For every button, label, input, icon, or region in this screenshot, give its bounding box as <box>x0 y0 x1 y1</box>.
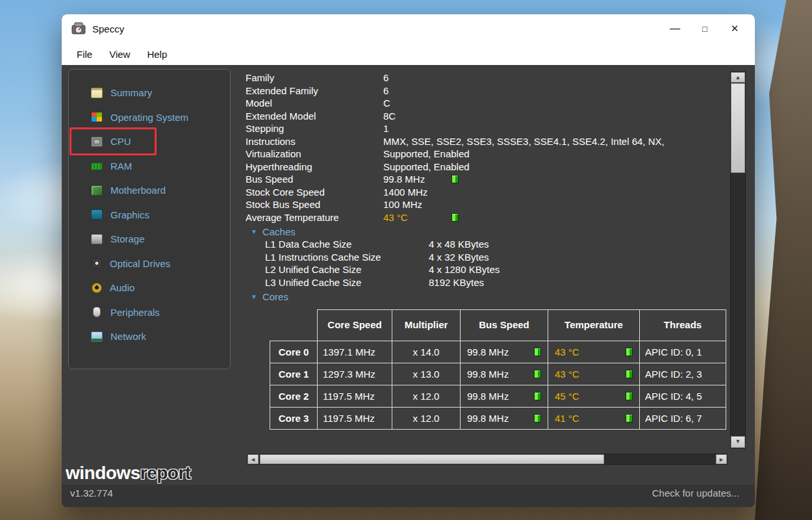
sidebar-item-optical-drives[interactable]: Optical Drives <box>69 252 230 276</box>
check-for-updates-link[interactable]: Check for updates... <box>652 488 739 499</box>
green-led-icon <box>534 392 541 400</box>
desktop-wallpaper: Speccy — □ ✕ File View Help Summary Oper… <box>0 0 812 520</box>
field-row-stock-core-speed: Stock Core Speed 1400 MHz <box>246 186 730 199</box>
speccy-window: Speccy — □ ✕ File View Help Summary Oper… <box>62 14 755 507</box>
sidebar-item-cpu[interactable]: CPU <box>69 129 230 154</box>
scroll-left-button[interactable]: ◄ <box>247 454 259 464</box>
cache-row: L1 Data Cache Size 4 x 48 KBytes <box>246 238 730 251</box>
caches-section-header[interactable]: ▼ Caches <box>246 225 730 238</box>
cpu-icon <box>91 136 103 147</box>
sidebar-item-storage[interactable]: Storage <box>69 227 230 252</box>
field-row-stock-bus-speed: Stock Bus Speed 100 MHz <box>246 198 730 211</box>
scroll-right-button[interactable]: ► <box>716 454 727 464</box>
menu-help[interactable]: Help <box>140 46 173 62</box>
operating-system-icon <box>91 112 103 122</box>
green-led-icon <box>626 370 633 378</box>
motherboard-icon <box>91 185 103 196</box>
sidebar-item-peripherals[interactable]: Peripherals <box>69 300 230 325</box>
field-row-virtualization: Virtualization Supported, Enabled <box>246 148 730 161</box>
vertical-scrollbar-thumb[interactable] <box>731 83 745 173</box>
green-led-icon <box>626 414 633 422</box>
arrow-up-icon: ▲ <box>731 73 744 83</box>
green-led-icon <box>626 392 633 400</box>
horizontal-scrollbar-thumb[interactable] <box>260 454 604 464</box>
field-row-model: Model C <box>246 97 730 110</box>
field-row-extended-model: Extended Model 8C <box>246 110 730 123</box>
core-row: Core 0 1397.1 MHz x 14.0 99.8 MHz 43 °C … <box>270 341 726 363</box>
close-button[interactable]: ✕ <box>720 18 750 40</box>
maximize-button[interactable]: □ <box>690 18 720 40</box>
cores-table-header-row: Core Speed Multiplier Bus Speed Temperat… <box>270 310 726 341</box>
sidebar-item-audio[interactable]: Audio <box>69 276 230 300</box>
window-title: Speccy <box>92 23 124 34</box>
horizontal-scrollbar[interactable]: ◄ ► <box>247 454 728 465</box>
sidebar-item-motherboard[interactable]: Motherboard <box>69 178 230 203</box>
optical-drives-icon <box>92 258 102 268</box>
sidebar-item-ram[interactable]: RAM <box>69 154 230 179</box>
col-threads: Threads <box>640 310 726 341</box>
core-row: Core 1 1297.3 MHz x 13.0 99.8 MHz 43 °C … <box>270 363 726 385</box>
sidebar: Summary Operating System CPU RAM Motherb… <box>68 69 231 369</box>
green-led-icon <box>626 348 633 356</box>
cores-section-header[interactable]: ▼ Cores <box>246 290 730 303</box>
sidebar-item-graphics[interactable]: Graphics <box>69 203 230 228</box>
windowsreport-watermark: windowsreport <box>66 463 191 484</box>
col-multiplier: Multiplier <box>392 310 461 341</box>
cache-row: L1 Instructions Cache Size 4 x 32 KBytes <box>246 251 730 264</box>
green-led-icon <box>534 414 541 422</box>
ram-icon <box>91 162 103 170</box>
field-row-stepping: Stepping 1 <box>246 122 730 135</box>
storage-icon <box>91 234 103 244</box>
collapse-icon: ▼ <box>251 293 257 300</box>
version-label: v1.32.774 <box>70 488 113 499</box>
field-row-instructions: Instructions MMX, SSE, SSE2, SSE3, SSSE3… <box>246 135 730 148</box>
scroll-down-button[interactable]: ▼ <box>731 436 745 448</box>
sidebar-item-summary[interactable]: Summary <box>69 81 230 105</box>
speccy-app-icon <box>71 21 86 36</box>
footer-strip <box>62 485 755 507</box>
green-led-icon <box>534 348 541 356</box>
menu-file[interactable]: File <box>70 46 99 62</box>
field-row-family: Family 6 <box>246 72 730 84</box>
cache-row: L3 Unified Cache Size 8192 KBytes <box>246 276 730 289</box>
col-temperature: Temperature <box>548 310 640 341</box>
arrow-right-icon: ► <box>717 455 726 465</box>
sidebar-item-network[interactable]: Network <box>69 324 230 349</box>
field-row-bus-speed: Bus Speed 99.8 MHz <box>246 173 730 186</box>
arrow-left-icon: ◄ <box>248 455 258 465</box>
peripherals-icon <box>93 307 101 317</box>
green-led-icon <box>451 213 459 222</box>
summary-icon <box>91 88 103 98</box>
core-row: Core 3 1197.5 MHz x 12.0 99.8 MHz 41 °C … <box>270 408 726 430</box>
cache-row: L2 Unified Cache Size 4 x 1280 KBytes <box>246 263 730 276</box>
maximize-icon: □ <box>702 24 707 34</box>
minimize-button[interactable]: — <box>660 18 690 40</box>
vertical-scrollbar[interactable]: ▲ ▼ <box>730 72 746 448</box>
col-core-speed: Core Speed <box>318 310 392 341</box>
sidebar-item-operating-system[interactable]: Operating System <box>69 105 230 130</box>
menubar: File View Help <box>62 43 755 65</box>
cores-table: Core Speed Multiplier Bus Speed Temperat… <box>270 309 726 430</box>
close-icon: ✕ <box>731 23 739 34</box>
audio-icon <box>92 283 102 293</box>
scroll-up-button[interactable]: ▲ <box>731 72 745 83</box>
content-area: Summary Operating System CPU RAM Motherb… <box>62 65 755 507</box>
minimize-icon: — <box>670 25 680 32</box>
collapse-icon: ▼ <box>251 228 257 235</box>
green-led-icon <box>451 175 459 183</box>
col-bus-speed: Bus Speed <box>461 310 548 341</box>
green-led-icon <box>534 370 541 378</box>
menu-view[interactable]: View <box>103 46 136 62</box>
titlebar: Speccy — □ ✕ <box>62 14 755 43</box>
field-row-hyperthreading: Hyperthreading Supported, Enabled <box>246 161 730 174</box>
arrow-down-icon: ▼ <box>731 437 744 447</box>
wallpaper-cliff <box>755 0 812 520</box>
core-row: Core 2 1197.5 MHz x 12.0 99.8 MHz 45 °C … <box>270 385 726 408</box>
network-icon <box>91 332 103 342</box>
cpu-info-panel: Family 6 Extended Family 6 Model C Exten… <box>246 72 730 452</box>
graphics-icon <box>91 209 103 220</box>
field-row-extended-family: Extended Family 6 <box>246 84 730 98</box>
field-row-average-temperature: Average Temperature 43 °C <box>246 211 730 224</box>
